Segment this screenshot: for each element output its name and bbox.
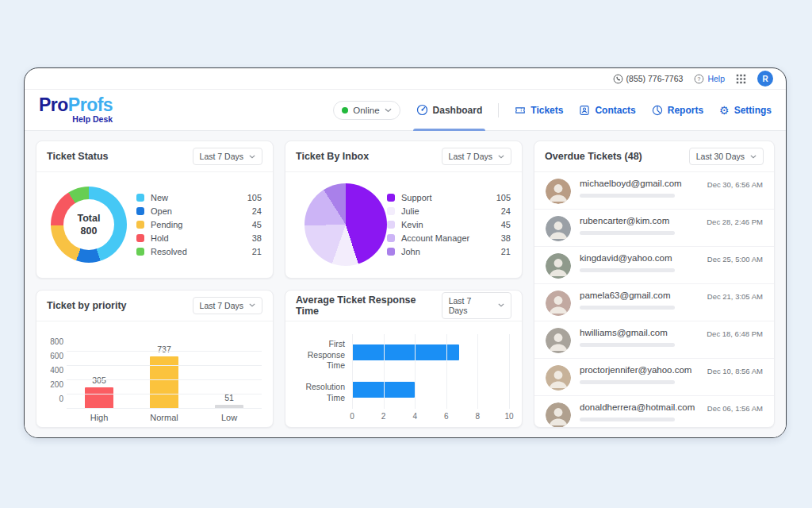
bar-slot: 51 (205, 393, 253, 409)
legend-swatch-icon (136, 234, 144, 242)
x-tick-label: 8 (476, 412, 481, 421)
card-title: Ticket Status (47, 151, 109, 162)
subject-placeholder-bar (580, 194, 675, 198)
overdue-row[interactable]: kingdavid@yahoo.comDec 25, 5:00 AM (534, 247, 774, 284)
response-bar-chart: First Response TimeResolution Time 02468… (285, 321, 522, 428)
y-tick-label: 200 (50, 380, 63, 389)
overdue-tickets-card: Overdue Tickets (48) Last 30 Days michae… (534, 140, 775, 428)
legend-swatch-icon (387, 194, 395, 202)
contact-avatar (546, 253, 571, 279)
ticket-status-card: Ticket Status Last 7 Days Total 800 New1… (36, 140, 274, 279)
gridline (509, 334, 510, 410)
utility-bar: (855) 776-7763 ? Help R (25, 68, 786, 90)
legend-label: Hold (151, 233, 169, 243)
nav-item-tickets[interactable]: Tickets (515, 90, 563, 131)
chevron-down-icon (498, 303, 504, 307)
overdue-date: Dec 25, 5:00 AM (707, 253, 763, 279)
nav-label: Contacts (595, 105, 635, 116)
ticket-by-inbox-card: Ticket By Inbox Last 7 Days Support105Ju… (285, 140, 523, 279)
legend-item: John21 (387, 247, 511, 256)
bar-value-label: 737 (157, 344, 171, 354)
legend-value: 38 (501, 233, 511, 243)
overdue-list: michaelboyd@gmail.comDec 30, 6:56 AMrube… (534, 172, 774, 427)
subject-placeholder-bar (580, 306, 675, 310)
gridline (384, 334, 385, 410)
contact-avatar (546, 216, 571, 241)
donut-center-value: 800 (81, 225, 98, 237)
contact-email[interactable]: kingdavid@yahoo.com (580, 253, 675, 263)
ticket-status-legend: New105Open24Pending45Hold38Resolved21 (136, 189, 262, 260)
nav-label: Reports (668, 105, 703, 116)
contact-email[interactable]: rubencarter@kim.com (580, 216, 675, 225)
nav-item-dashboard[interactable]: Dashboard (416, 90, 483, 131)
phone-link[interactable]: (855) 776-7763 (613, 74, 684, 84)
nav-item-contacts[interactable]: Contacts (579, 90, 635, 131)
chevron-down-icon (750, 155, 756, 159)
gridline (67, 394, 262, 394)
subject-placeholder-bar (580, 231, 675, 235)
brand-primary: Pro (39, 94, 68, 115)
phone-number: (855) 776-7763 (626, 74, 684, 83)
gridline (477, 334, 478, 410)
nav-label: Dashboard (433, 105, 483, 116)
subject-placeholder-bar (580, 343, 675, 347)
overdue-row[interactable]: donaldherrera@hotmail.comDec 06, 1:56 AM (534, 396, 774, 427)
help-icon: ? (694, 74, 704, 84)
brand-secondary: Profs (68, 94, 113, 115)
nav-item-settings[interactable]: ⚙ Settings (719, 90, 772, 131)
overdue-row[interactable]: hwilliams@gmail.comDec 18, 6:48 PM (534, 321, 774, 359)
legend-label: Resolved (151, 247, 187, 256)
range-value: Last 7 Days (449, 152, 492, 161)
inbox-range-dropdown[interactable]: Last 7 Days (442, 148, 511, 165)
help-button[interactable]: ? Help (694, 74, 725, 84)
inbox-legend: Support105Julie24Kevin45Account Manager3… (387, 189, 511, 260)
chevron-down-icon (498, 155, 504, 159)
phone-icon (613, 74, 623, 84)
range-value: Last 7 Days (449, 296, 492, 315)
online-status-dropdown[interactable]: Online (333, 101, 400, 120)
legend-item: Resolved21 (136, 247, 262, 256)
subject-placeholder-bar (580, 268, 675, 272)
contact-avatar (546, 179, 571, 204)
card-title: Ticket By Inbox (296, 151, 369, 162)
apps-grid-icon[interactable] (736, 74, 746, 84)
gridline (67, 365, 262, 366)
contacts-icon (579, 105, 590, 116)
user-avatar[interactable]: R (757, 71, 773, 87)
contact-email[interactable]: hwilliams@gmail.com (580, 328, 675, 337)
overdue-range-dropdown[interactable]: Last 30 Days (689, 148, 764, 165)
ticket-status-range-dropdown[interactable]: Last 7 Days (193, 148, 262, 165)
overdue-date: Dec 28, 2:46 PM (707, 216, 763, 241)
brand-logo[interactable]: ProProfs Help Desk (39, 96, 113, 124)
overdue-row[interactable]: pamela63@gmail.comDec 21, 3:05 AM (534, 284, 774, 321)
response-range-dropdown[interactable]: Last 7 Days (442, 292, 511, 319)
gridline (352, 334, 353, 410)
x-category-label: Normal (140, 413, 188, 422)
priority-range-dropdown[interactable]: Last 7 Days (193, 297, 262, 314)
nav-divider (498, 103, 499, 117)
contact-email[interactable]: michaelboyd@gmail.com (580, 179, 682, 188)
priority-plot: 30573751 (67, 329, 262, 410)
contact-email[interactable]: proctorjennifer@yahoo.com (580, 365, 691, 375)
legend-swatch-icon (387, 234, 395, 242)
overdue-row[interactable]: michaelboyd@gmail.comDec 30, 6:56 AM (534, 172, 774, 210)
resp-bars (352, 334, 509, 410)
priority-cats: HighNormalLow (67, 409, 262, 422)
legend-swatch-icon (387, 248, 395, 256)
response-time-card: Average Ticket Response Time Last 7 Days… (285, 290, 523, 429)
contact-email[interactable]: donaldherrera@hotmail.com (580, 402, 695, 412)
donut-chart: Total 800 (51, 187, 127, 263)
svg-text:?: ? (698, 75, 701, 81)
overdue-row[interactable]: proctorjennifer@yahoo.comDec 10, 8:56 AM (534, 359, 774, 396)
overdue-date: Dec 18, 6:48 PM (707, 328, 763, 353)
legend-swatch-icon (136, 194, 144, 202)
legend-value: 45 (252, 220, 262, 229)
contact-avatar (546, 328, 571, 353)
chevron-down-icon (249, 303, 255, 307)
contact-email[interactable]: pamela63@gmail.com (580, 291, 675, 300)
nav-item-reports[interactable]: Reports (652, 90, 703, 131)
legend-item: Julie24 (387, 206, 511, 216)
online-status-label: Online (353, 106, 379, 115)
overdue-row[interactable]: rubencarter@kim.comDec 28, 2:46 PM (534, 210, 774, 247)
ticket-priority-card: Ticket by priority Last 7 Days 020040060… (36, 290, 274, 429)
